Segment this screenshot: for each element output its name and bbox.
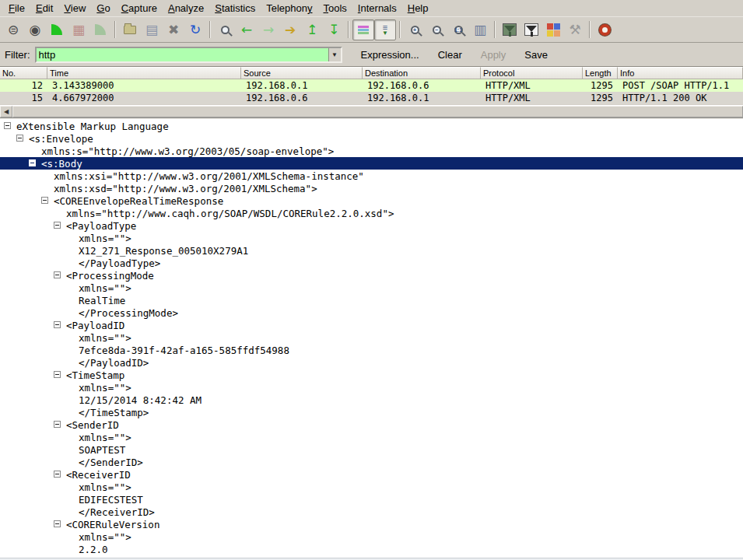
tree-row[interactable]: </SenderID> bbox=[0, 456, 743, 468]
open-file-button[interactable] bbox=[119, 19, 141, 40]
auto-scroll-button[interactable]: ≡▼ bbox=[374, 19, 396, 40]
go-forward-button[interactable]: → bbox=[258, 19, 279, 40]
zoom-in-button[interactable]: + bbox=[404, 19, 426, 40]
go-to-top-button[interactable]: ↥ bbox=[301, 19, 323, 40]
column-header-destination[interactable]: Destination bbox=[363, 67, 481, 79]
tree-row[interactable]: X12_271_Response_005010X279A1 bbox=[0, 244, 743, 257]
tree-row[interactable]: </TimeStamp> bbox=[0, 406, 743, 418]
restart-capture-button[interactable] bbox=[89, 19, 111, 40]
preferences-button[interactable]: ⚒ bbox=[564, 19, 586, 40]
tree-row[interactable]: <PayloadType bbox=[0, 219, 743, 232]
tree-row[interactable]: <SenderID bbox=[0, 418, 743, 431]
tree-row[interactable]: </ProcessingMode> bbox=[0, 306, 743, 319]
tree-row[interactable]: 7efce8da-391f-42af-a165-585ffdf54988 bbox=[0, 344, 743, 356]
start-capture-button[interactable] bbox=[46, 19, 68, 40]
close-file-button[interactable]: ✖ bbox=[163, 19, 184, 40]
menu-file[interactable]: File bbox=[3, 0, 30, 16]
scroll-left-button[interactable]: ◀ bbox=[0, 106, 12, 117]
tree-row[interactable]: <ReceiverID bbox=[0, 468, 743, 481]
tree-row[interactable]: </PayloadType> bbox=[0, 257, 743, 269]
packet-row[interactable]: 123.143389000192.168.0.1192.168.0.6HTTP/… bbox=[0, 79, 743, 92]
go-to-bottom-button[interactable]: ↧ bbox=[323, 19, 345, 40]
tree-row[interactable]: <TimeStamp bbox=[0, 369, 743, 381]
menu-capture[interactable]: Capture bbox=[116, 0, 163, 16]
clear-button[interactable]: Clear bbox=[430, 45, 470, 65]
tree-row[interactable]: EDIFECSTEST bbox=[0, 493, 743, 506]
tree-row[interactable]: <s:Body bbox=[0, 157, 743, 170]
reload-file-button[interactable]: ↻ bbox=[184, 19, 206, 40]
tree-row[interactable]: <COREEnvelopeRealTimeResponse bbox=[0, 194, 743, 207]
tree-collapse-icon[interactable] bbox=[54, 371, 61, 378]
tree-row[interactable]: xmlns=""> bbox=[0, 381, 743, 394]
menu-help[interactable]: Help bbox=[402, 0, 434, 16]
tree-row[interactable]: xmlns=""> bbox=[0, 282, 743, 294]
tree-row[interactable]: <ProcessingMode bbox=[0, 269, 743, 282]
tree-row[interactable]: xmlns=""> bbox=[0, 232, 743, 244]
go-to-packet-button[interactable]: ➔ bbox=[279, 19, 301, 40]
tree-row[interactable]: xmlns=""> bbox=[0, 331, 743, 344]
tree-collapse-icon[interactable] bbox=[54, 321, 61, 328]
colorize-list-button[interactable] bbox=[352, 19, 374, 40]
tree-row[interactable]: eXtensible Markup Language bbox=[0, 120, 743, 132]
tree-collapse-icon[interactable] bbox=[54, 271, 61, 278]
tree-row[interactable]: xmlns="http://www.caqh.org/SOAP/WSDL/COR… bbox=[0, 207, 743, 219]
menu-internals[interactable]: Internals bbox=[352, 0, 402, 16]
find-packet-button[interactable] bbox=[214, 19, 236, 40]
tree-collapse-icon[interactable] bbox=[4, 122, 11, 129]
stop-capture-button[interactable]: ▦ bbox=[68, 19, 89, 40]
tree-row[interactable]: 12/15/2014 8:42:42 AM bbox=[0, 394, 743, 406]
help-button[interactable] bbox=[594, 19, 615, 40]
tree-row[interactable]: </ReceiverID> bbox=[0, 506, 743, 518]
tree-row[interactable]: SOAPTEST bbox=[0, 443, 743, 456]
tree-collapse-icon[interactable] bbox=[54, 520, 61, 527]
menu-tools[interactable]: Tools bbox=[318, 0, 352, 16]
menu-view[interactable]: View bbox=[58, 0, 91, 16]
tree-collapse-icon[interactable] bbox=[54, 222, 61, 229]
go-back-button[interactable]: ← bbox=[236, 19, 258, 40]
filter-input[interactable] bbox=[37, 48, 328, 61]
scrollbar-thumb[interactable] bbox=[12, 106, 743, 117]
menu-analyze[interactable]: Analyze bbox=[163, 0, 209, 16]
packet-row[interactable]: 154.667972000192.168.0.6192.168.0.1HTTP/… bbox=[0, 92, 743, 104]
tree-row[interactable]: 2.2.0 bbox=[0, 543, 743, 555]
filter-dropdown-button[interactable]: ▼ bbox=[328, 48, 341, 61]
column-header-no[interactable]: No. bbox=[0, 67, 47, 79]
tree-row[interactable]: xmlns:xsd="http://www.w3.org/2001/XMLSch… bbox=[0, 182, 743, 194]
menu-statistics[interactable]: Statistics bbox=[209, 0, 261, 16]
tree-collapse-icon[interactable] bbox=[29, 159, 36, 166]
menu-telephony[interactable]: Telephony bbox=[261, 0, 317, 16]
list-interfaces-button[interactable]: ⊜ bbox=[2, 19, 24, 40]
tree-row[interactable]: </PayloadID> bbox=[0, 356, 743, 369]
display-filter-button[interactable] bbox=[520, 19, 542, 40]
tree-collapse-icon[interactable] bbox=[54, 471, 61, 478]
zoom-100-button[interactable]: 1:1 bbox=[447, 19, 469, 40]
tree-row[interactable]: xmlns=""> bbox=[0, 431, 743, 443]
zoom-out-button[interactable]: − bbox=[426, 19, 447, 40]
column-header-source[interactable]: Source bbox=[241, 67, 363, 79]
tree-row[interactable]: xmlns=""> bbox=[0, 481, 743, 493]
column-header-info[interactable]: Info bbox=[618, 67, 743, 79]
tree-row[interactable]: <PayloadID bbox=[0, 319, 743, 331]
save-file-button[interactable]: ▤ bbox=[141, 19, 163, 40]
horizontal-scrollbar[interactable]: ◀ bbox=[0, 105, 743, 117]
capture-filter-button[interactable] bbox=[499, 19, 520, 40]
tree-collapse-icon[interactable] bbox=[54, 421, 61, 428]
tree-row[interactable]: RealTime bbox=[0, 294, 743, 306]
expression-button[interactable]: Expression... bbox=[353, 45, 427, 65]
tree-row[interactable]: xmlns=""> bbox=[0, 530, 743, 543]
tree-collapse-icon[interactable] bbox=[16, 135, 23, 142]
column-header-protocol[interactable]: Protocol bbox=[481, 67, 583, 79]
menu-edit[interactable]: Edit bbox=[30, 0, 58, 16]
column-header-time[interactable]: Time bbox=[47, 67, 241, 79]
tree-row[interactable]: xmlns:xsi="http://www.w3.org/2001/XMLSch… bbox=[0, 170, 743, 182]
menu-go[interactable]: Go bbox=[91, 0, 115, 16]
resize-columns-button[interactable]: ▥ bbox=[469, 19, 491, 40]
tree-row[interactable]: <s:Envelope bbox=[0, 132, 743, 145]
capture-options-button[interactable]: ◉ bbox=[24, 19, 46, 40]
column-header-length[interactable]: Length bbox=[583, 67, 618, 79]
coloring-rules-button[interactable] bbox=[542, 19, 564, 40]
tree-collapse-icon[interactable] bbox=[41, 197, 48, 204]
save-button[interactable]: Save bbox=[517, 45, 555, 65]
tree-row[interactable]: xmlns:s="http://www.w3.org/2003/05/soap-… bbox=[0, 145, 743, 157]
tree-row[interactable]: <CORERuleVersion bbox=[0, 518, 743, 530]
